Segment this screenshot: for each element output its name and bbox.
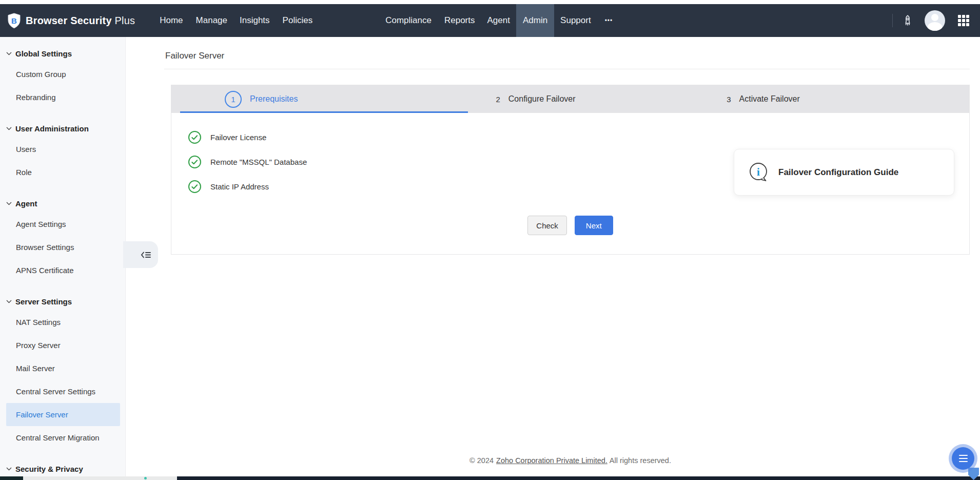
- brand-logo[interactable]: B Browser Security Plus: [7, 13, 135, 29]
- nav-item-reports[interactable]: Reports: [444, 4, 475, 37]
- nav-item-support[interactable]: Support: [560, 4, 591, 37]
- main-nav: Home Manage Insights Policies Compliance…: [160, 4, 613, 37]
- sidebar-collapse-handle[interactable]: [123, 241, 158, 268]
- sidebar-section-security-privacy: Security & Privacy: [0, 459, 125, 478]
- floating-menu-button[interactable]: [952, 447, 974, 470]
- sidebar-section-global-settings: Global Settings Custom Group Rebranding: [0, 44, 125, 109]
- content-area: Failover Server 1 Prerequisites 2 Config…: [126, 37, 980, 480]
- nav-item-home[interactable]: Home: [160, 4, 183, 37]
- sidebar-item-agent-settings[interactable]: Agent Settings: [6, 213, 120, 236]
- zoho-corporation-link[interactable]: Zoho Corporation Private Limited.: [496, 456, 607, 465]
- svg-text:B: B: [11, 16, 17, 25]
- sidebar-header-security-privacy[interactable]: Security & Privacy: [0, 459, 125, 478]
- next-button[interactable]: Next: [575, 216, 613, 235]
- step-label: Configure Failover: [508, 94, 576, 104]
- brand-title: Browser Security Plus: [26, 15, 135, 27]
- avatar-head: [931, 14, 938, 21]
- nav-item-insights[interactable]: Insights: [240, 4, 270, 37]
- page-title: Failover Server: [165, 51, 980, 61]
- wizard-step-bar: 1 Prerequisites 2 Configure Failover 3 A…: [171, 85, 969, 113]
- step-number: 2: [496, 95, 500, 104]
- check-button[interactable]: Check: [527, 216, 567, 235]
- main-area: Global Settings Custom Group Rebranding …: [0, 37, 980, 480]
- sidebar-header-agent[interactable]: Agent: [0, 194, 125, 213]
- window-top-gap: [0, 0, 980, 4]
- nav-item-policies[interactable]: Policies: [283, 4, 313, 37]
- user-avatar[interactable]: [925, 10, 945, 31]
- nav-more-button[interactable]: •••: [605, 4, 613, 37]
- step-number-circle: 1: [225, 91, 242, 108]
- hamburger-menu-icon: [959, 455, 968, 456]
- navbar-divider: [892, 14, 893, 27]
- sidebar-header-server-settings[interactable]: Server Settings: [0, 292, 125, 311]
- info-bubble-icon: i: [748, 161, 770, 184]
- footer-copyright: © 2024Zoho Corporation Private Limited.A…: [171, 456, 970, 465]
- sidebar-section-agent: Agent Agent Settings Browser Settings AP…: [0, 194, 125, 282]
- active-step-underline: [180, 111, 468, 113]
- admin-sidebar: Global Settings Custom Group Rebranding …: [0, 37, 126, 480]
- sidebar-section-user-administration: User Administration Users Role: [0, 119, 125, 184]
- step-number: 3: [727, 95, 731, 104]
- sidebar-item-central-server-settings[interactable]: Central Server Settings: [6, 380, 120, 403]
- svg-text:i: i: [757, 165, 760, 178]
- shield-logo-icon: B: [7, 13, 21, 29]
- nav-item-admin[interactable]: Admin: [516, 4, 554, 37]
- step-label: Activate Failover: [739, 94, 800, 104]
- nav-item-agent[interactable]: Agent: [487, 4, 509, 37]
- sidebar-item-apns-certificate[interactable]: APNS Certificate: [6, 259, 120, 282]
- sidebar-item-users[interactable]: Users: [6, 138, 120, 161]
- sidebar-item-role[interactable]: Role: [6, 161, 120, 184]
- chevron-down-icon: [6, 52, 12, 55]
- step-tab-prerequisites[interactable]: 1 Prerequisites: [171, 85, 468, 113]
- top-navbar: B Browser Security Plus Home Manage Insi…: [0, 4, 980, 37]
- nav-item-manage[interactable]: Manage: [196, 4, 227, 37]
- guide-card-title: Failover Configuration Guide: [778, 167, 898, 178]
- chevron-down-icon: [6, 202, 12, 205]
- sidebar-item-browser-settings[interactable]: Browser Settings: [6, 236, 120, 259]
- sidebar-section-server-settings: Server Settings NAT Settings Proxy Serve…: [0, 292, 125, 449]
- title-divider: [164, 69, 970, 69]
- step-tab-configure-failover[interactable]: 2 Configure Failover: [468, 85, 703, 113]
- sidebar-item-rebranding[interactable]: Rebranding: [6, 86, 120, 109]
- step-tab-activate-failover[interactable]: 3 Activate Failover: [703, 85, 969, 113]
- chevron-down-icon: [6, 127, 12, 130]
- check-circle-icon: [188, 180, 202, 194]
- sidebar-item-nat-settings[interactable]: NAT Settings: [6, 311, 120, 334]
- taskbar-sliver: [0, 476, 980, 480]
- nav-item-compliance[interactable]: Compliance: [385, 4, 432, 37]
- checklist-item-failover-license: Failover License: [188, 125, 969, 149]
- step-label: Prerequisites: [250, 94, 298, 104]
- sidebar-item-mail-server[interactable]: Mail Server: [6, 357, 120, 380]
- collapse-sidebar-icon: [141, 251, 151, 259]
- apps-grid-icon[interactable]: [957, 14, 970, 27]
- sidebar-item-failover-server[interactable]: Failover Server: [6, 403, 120, 426]
- navbar-right-cluster: [892, 10, 980, 31]
- failover-configuration-guide-card[interactable]: i Failover Configuration Guide: [734, 149, 954, 196]
- sidebar-item-central-server-migration[interactable]: Central Server Migration: [6, 426, 120, 449]
- wizard-actions: Check Next: [171, 216, 969, 235]
- avatar-body: [928, 22, 942, 31]
- sidebar-header-user-administration[interactable]: User Administration: [0, 119, 125, 138]
- sidebar-item-proxy-server[interactable]: Proxy Server: [6, 334, 120, 357]
- floating-menu-halo: [949, 444, 977, 473]
- chevron-down-icon: [6, 300, 12, 303]
- check-circle-icon: [188, 130, 202, 144]
- announcement-rocket-icon[interactable]: [901, 14, 914, 27]
- sidebar-header-global-settings[interactable]: Global Settings: [0, 44, 125, 63]
- chevron-down-icon: [6, 467, 12, 471]
- taskbar-app-dot: [144, 477, 147, 479]
- sidebar-item-custom-group[interactable]: Custom Group: [6, 63, 120, 86]
- check-circle-icon: [188, 155, 202, 169]
